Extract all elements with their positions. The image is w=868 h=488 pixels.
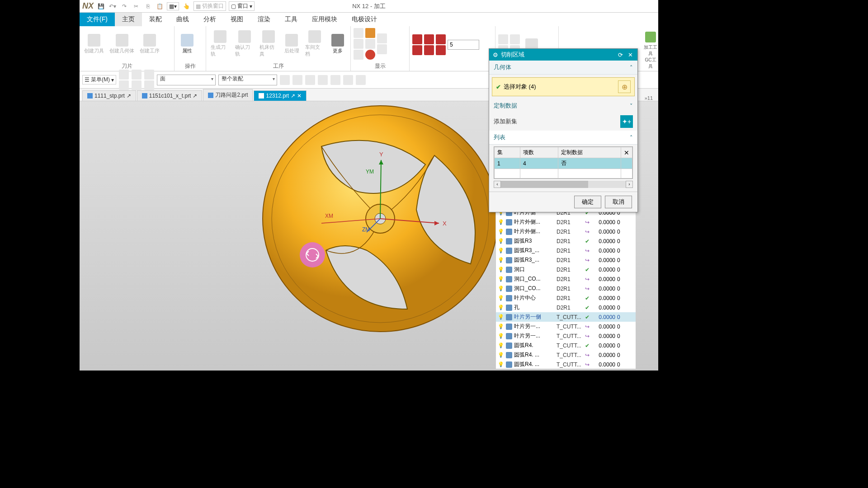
operation-row[interactable]: 💡洞口_CO...D2R1↪0.00000 [496,274,636,284]
operation-row[interactable]: 💡圆弧R3_...D2R1↪0.00000 [496,255,636,265]
sel-mode-5[interactable] [144,70,154,80]
sel-tool-2[interactable] [292,75,302,85]
operation-row[interactable]: 💡叶片中心D2R1✔0.00000 [496,293,636,303]
lightbulb-icon[interactable]: 💡 [498,314,504,320]
operation-row[interactable]: 💡圆弧R3_...D2R1↪0.00000 [496,246,636,255]
play-speed-input[interactable] [448,40,479,50]
tab-ext-icon[interactable]: ↗ [291,93,295,99]
lightbulb-icon[interactable]: 💡 [498,305,504,310]
menu-assembly[interactable]: 装配 [142,13,169,26]
lightbulb-icon[interactable]: 💡 [498,361,504,367]
lightbulb-icon[interactable]: 💡 [498,267,504,272]
misc-3[interactable] [510,34,520,44]
switch-window-button[interactable]: ▦ 切换窗口 [193,1,226,11]
operation-row[interactable]: 💡叶片外侧...D2R1↪0.00000 [496,217,636,227]
tab-2[interactable]: 1151c101_x_t.prt↗ [137,90,203,101]
display-small-8[interactable] [377,44,387,54]
lightbulb-icon[interactable]: 💡 [498,248,504,253]
lightbulb-icon[interactable]: 💡 [498,229,504,235]
tab-4[interactable]: 12312.prt↗✕ [254,90,307,101]
play-end-icon[interactable] [436,45,446,55]
menu-file[interactable]: 文件(F) [80,13,115,26]
generate-toolpath-button[interactable]: 生成刀轨 [209,28,231,59]
misc-1[interactable] [498,34,508,44]
table-row[interactable]: 1 4 否 [495,158,632,169]
sel-mode-1[interactable] [119,70,129,80]
create-geometry-button[interactable]: 创建几何体 [108,32,136,56]
sel-tool-1[interactable] [280,75,290,85]
lightbulb-icon[interactable]: 💡 [498,352,504,358]
tab-3[interactable]: 刀路问题2.prt [203,89,253,101]
sel-tool-5[interactable] [330,75,340,85]
sel-mode-2[interactable] [119,80,129,90]
copy-icon[interactable]: ⎘ [143,2,152,11]
touch-icon[interactable]: 👆 [182,2,191,11]
create-operation-button[interactable]: 创建工序 [138,32,161,56]
shop-doc-button[interactable]: 车间文档 [303,28,326,59]
scroll-right-icon[interactable]: › [626,181,633,188]
check-icon[interactable] [645,32,656,42]
col-custom[interactable]: 定制数据 [558,147,621,158]
properties-button[interactable]: 属性 [177,32,197,56]
tab-ext-icon[interactable]: ↗ [127,93,131,99]
verify-toolpath-button[interactable]: 确认刀轨 [233,28,256,59]
lightbulb-icon[interactable]: 💡 [498,276,504,282]
lightbulb-icon[interactable]: 💡 [498,295,504,301]
add-set-button[interactable]: ✦+ [620,115,633,128]
more-button[interactable]: 更多 [328,32,348,56]
sel-tool-7[interactable] [356,75,366,85]
menu-analysis[interactable]: 分析 [196,13,223,26]
undo-icon[interactable]: ↶▾ [108,2,117,11]
ok-button[interactable]: 确定 [574,196,601,208]
machine-sim-button[interactable]: 机床仿真 [258,28,280,59]
sel-tool-3[interactable] [305,75,315,85]
tab-overflow[interactable]: »11 [645,95,656,101]
set-list-table[interactable]: 集 项数 定制数据 ✕ 1 4 否 [494,146,633,179]
list-scrollbar[interactable]: ‹ › [494,181,633,188]
menu-render[interactable]: 渲染 [250,13,278,26]
play-first-icon[interactable] [412,34,422,44]
cut-icon[interactable]: ✂ [132,2,141,11]
close-icon[interactable]: ✕ [627,51,634,58]
window-layout-dropdown[interactable]: ▦▾ [167,2,179,10]
operation-row[interactable]: 💡叶片外侧...D2R1↪0.00000 [496,227,636,236]
selection-scope-dropdown[interactable]: 整个装配 [218,75,277,85]
operation-row[interactable]: 💡圆弧R4. ...T_CUTT...↪0.00000 [496,350,636,360]
menu-home[interactable]: 主页 [115,13,142,26]
display-small-3[interactable] [354,50,363,60]
list-section-header[interactable]: 列表 ˄ [489,131,637,145]
menu-tool[interactable]: 工具 [278,13,305,26]
menu-dropdown[interactable]: ☰ 菜单(M) ▾ [82,75,116,84]
display-small-4[interactable] [365,28,375,38]
tab-1[interactable]: 1111_stp.prt↗ [82,90,136,101]
menu-app[interactable]: 应用模块 [305,13,344,26]
window-menu-dropdown[interactable]: ▢ 窗口 ▾ [229,1,255,11]
operation-row[interactable]: 💡叶片另一...T_CUTT...↪0.00000 [496,322,636,331]
post-process-button[interactable]: 后处理 [282,32,302,56]
display-small-6[interactable] [365,50,375,60]
menu-electrode[interactable]: 电极设计 [344,13,384,26]
tab-close-icon[interactable]: ✕ [297,93,302,99]
menu-curve[interactable]: 曲线 [169,13,196,26]
redo-icon[interactable]: ↷ [120,2,129,11]
select-object-row[interactable]: ✔ 选择对象 (4) ⊕ [492,77,635,96]
target-icon[interactable]: ⊕ [618,80,631,93]
play-next-icon[interactable] [424,45,434,55]
lightbulb-icon[interactable]: 💡 [498,286,504,291]
create-tool-button[interactable]: 创建刀具 [82,32,106,56]
play-last-icon[interactable] [436,34,446,44]
dialog-titlebar[interactable]: ⚙ 切削区域 ⟳ ✕ [489,49,637,61]
lightbulb-icon[interactable]: 💡 [498,333,504,339]
scroll-left-icon[interactable]: ‹ [494,181,501,188]
geometry-section-header[interactable]: 几何体 ˄ [489,61,637,75]
lightbulb-icon[interactable]: 💡 [498,324,504,329]
paste-icon[interactable]: 📋 [155,2,164,11]
play-prev-icon[interactable] [412,45,422,55]
reset-icon[interactable]: ⟳ [617,51,624,58]
lightbulb-icon[interactable]: 💡 [498,343,504,348]
lightbulb-icon[interactable]: 💡 [498,219,504,225]
display-small-1[interactable] [354,28,363,38]
operation-row[interactable]: 💡孔D2R1✔0.00000 [496,303,636,312]
display-small-7[interactable] [377,33,387,43]
operation-navigator[interactable]: 💡叶片外侧D2R1✔0.00000💡叶片外侧...D2R1↪0.00000💡叶片… [495,208,636,369]
